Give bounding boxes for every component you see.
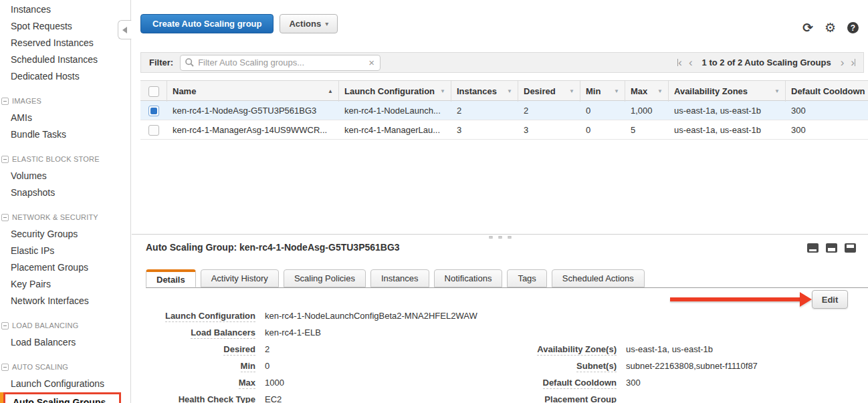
search-icon [185,58,194,67]
cell-availability-zones: us-east-1a, us-east-1b [669,120,786,140]
tab-activity-history[interactable]: Activity History [201,269,279,287]
edit-button[interactable]: Edit [812,290,848,309]
column-header-min[interactable]: Min▼ [580,81,625,102]
next-page-icon[interactable]: › [841,57,845,68]
table-row[interactable]: ken-rc4-1-NodeAsg-G5TU3P561BG3 ken-rc4-1… [140,101,868,120]
collapse-minus-icon[interactable] [1,322,9,329]
cell-min: 0 [580,120,625,140]
cell-default-cooldown: 300 [786,120,868,140]
tab-scaling-policies[interactable]: Scaling Policies [284,269,366,287]
tab-scheduled-actions[interactable]: Scheduled Actions [552,269,645,287]
sidebar-item-instances[interactable]: Instances [0,1,130,18]
ec2-console: Instances Spot Requests Reserved Instanc… [0,0,868,403]
sidebar-item-key-pairs[interactable]: Key Pairs [0,276,130,293]
search-box[interactable]: × [180,55,381,71]
cell-max: 5 [625,120,669,140]
sidebar-item-network-interfaces[interactable]: Network Interfaces [0,293,130,309]
column-header-max[interactable]: Max▼ [625,81,669,102]
sidebar-collapse-handle[interactable] [118,20,132,39]
field-value: subnet-22163808,subnet-f1110f87 [626,361,758,371]
row-checkbox[interactable] [148,106,159,116]
collapse-minus-icon[interactable] [1,156,9,163]
annotation-arrow-head [800,292,812,307]
annotation-orange-bar [0,392,3,403]
detail-panel-title: Auto Scaling Group: ken-rc4-1-NodeAsg-G5… [146,242,400,253]
pagination: ‹ ‹ 1 to 2 of 2 Auto Scaling Groups › › [677,53,855,72]
field-label: Load Balancers [132,327,255,338]
sidebar-item-reserved-instances[interactable]: Reserved Instances [0,35,130,51]
sidebar-item-snapshots[interactable]: Snapshots [0,184,130,201]
sidebar-section-ebs[interactable]: ELASTIC BLOCK STORE [0,151,130,168]
field-value: ken-rc4-1-NodeLaunchConfigBeta2-MNA2HFEL… [265,311,477,321]
tab-tags[interactable]: Tags [507,269,546,287]
help-icon[interactable]: ? [847,22,859,33]
collapse-minus-icon[interactable] [1,98,9,105]
refresh-icon[interactable]: ⟳ [802,21,813,34]
first-page-icon[interactable]: ‹ [677,57,682,68]
sidebar-item-launch-configurations[interactable]: Launch Configurations [0,376,130,392]
filter-label: Filter: [149,57,173,68]
actions-button[interactable]: Actions ▾ [280,14,338,33]
cell-desired: 2 [518,101,580,120]
column-header-default-cooldown[interactable]: Default Cooldown [786,81,868,102]
sidebar-item-dedicated-hosts[interactable]: Dedicated Hosts [0,68,130,85]
tab-instances[interactable]: Instances [370,269,429,287]
select-all-checkbox[interactable] [148,86,159,97]
last-page-icon[interactable]: › [851,57,855,68]
sidebar-section-images[interactable]: IMAGES [0,93,130,110]
sidebar-section-load-balancing[interactable]: LOAD BALANCING [0,317,130,334]
cell-launch-configuration: ken-rc4-1-ManagerLau... [339,120,451,140]
sidebar-section-auto-scaling[interactable]: AUTO SCALING [0,359,130,376]
sidebar-item-amis[interactable]: AMIs [0,110,130,126]
sidebar-item-bundle-tasks[interactable]: Bundle Tasks [0,126,130,143]
row-checkbox[interactable] [148,125,159,136]
collapse-minus-icon[interactable] [1,214,9,221]
column-header-launch-configuration[interactable]: Launch Configuration▼ [339,81,451,102]
sidebar-item-security-groups[interactable]: Security Groups [0,226,130,243]
sidebar-section-network-security[interactable]: NETWORK & SECURITY [0,209,130,226]
pane-layout-bottom-icon[interactable] [807,243,819,253]
field-label: Min [132,361,255,371]
pane-layout-half-icon[interactable] [826,243,837,253]
drag-dots-icon [489,236,511,239]
field-label: Placement Group [510,394,617,403]
sidebar-item-spot-requests[interactable]: Spot Requests [0,18,130,35]
gear-icon[interactable]: ⚙ [825,21,836,34]
field-label: Subnet(s) [510,361,617,371]
cell-max: 1,000 [625,101,669,120]
sidebar-item-elastic-ips[interactable]: Elastic IPs [0,243,130,259]
cell-desired: 3 [518,120,580,140]
column-header-name[interactable]: Name▲ [167,81,339,102]
field-label: Max [132,378,255,388]
cell-launch-configuration: ken-rc4-1-NodeLaunch... [339,101,451,120]
clear-search-icon[interactable]: × [368,57,374,68]
sidebar-section-label: ELASTIC BLOCK STORE [12,151,100,168]
pane-resize-handle[interactable] [132,234,868,239]
sort-icon: ▼ [657,88,663,94]
sidebar-item-scheduled-instances[interactable]: Scheduled Instances [0,51,130,68]
collapse-minus-icon[interactable] [1,364,9,371]
cell-min: 0 [580,101,625,120]
search-input[interactable] [194,57,368,68]
tab-details[interactable]: Details [146,269,196,287]
cell-name: ken-rc4-1-NodeAsg-G5TU3P561BG3 [167,101,339,120]
sidebar-item-load-balancers[interactable]: Load Balancers [0,334,130,351]
field-value: ken-rc4-1-ELB [265,327,321,338]
create-auto-scaling-group-button[interactable]: Create Auto Scaling group [140,14,274,33]
column-header-instances[interactable]: Instances▼ [451,81,518,102]
prev-page-icon[interactable]: ‹ [689,57,693,68]
column-header-desired[interactable]: Desired▼ [518,81,580,102]
detail-tabs: Details Activity History Scaling Policie… [146,269,868,288]
sidebar-item-auto-scaling-groups[interactable]: Auto Scaling Groups [3,392,121,403]
sidebar-item-volumes[interactable]: Volumes [0,168,130,184]
chevron-down-icon: ▾ [325,20,328,27]
sidebar-section-label: IMAGES [12,93,41,110]
pane-layout-full-icon[interactable] [845,243,856,253]
column-header-availability-zones[interactable]: Availability Zones▼ [669,81,786,102]
tab-notifications[interactable]: Notifications [434,269,503,287]
field-value: 0 [265,361,269,371]
collapse-left-icon [122,27,127,33]
table-row[interactable]: ken-rc4-1-ManagerAsg-14US9WWCR... ken-rc… [140,120,868,140]
sidebar-item-placement-groups[interactable]: Placement Groups [0,259,130,276]
field-value: EC2 [265,394,282,403]
